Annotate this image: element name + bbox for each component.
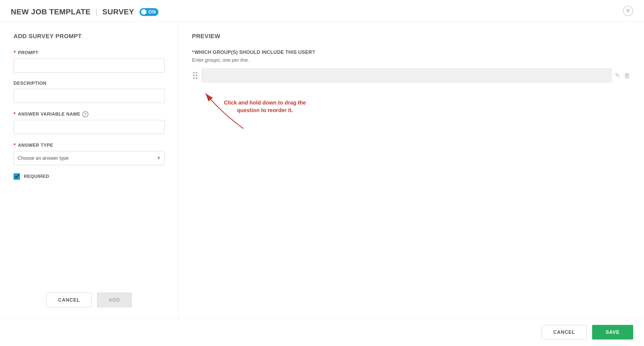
answer-variable-label-text: ANSWER VARIABLE NAME: [18, 112, 80, 117]
answer-type-required-star: *: [14, 142, 16, 148]
drag-dot-1: [193, 72, 195, 74]
drag-dot-3: [193, 75, 195, 76]
prompt-required-star: *: [14, 50, 16, 56]
prompt-label-text: PROMPT: [18, 50, 38, 56]
question-required-star: *: [192, 50, 194, 55]
page-wrapper: NEW JOB TEMPLATE | SURVEY ON ✕ ADD SURVE…: [0, 0, 644, 346]
question-text: WHICH GROUP(S) SHOULD INCLUDE THIS USER?: [194, 50, 315, 55]
form-buttons: CANCEL ADD: [14, 285, 165, 307]
answer-type-field-group: * ANSWER TYPE Choose an answer type Text…: [14, 142, 165, 165]
toggle-container[interactable]: ON: [140, 8, 158, 16]
answer-type-label-text: ANSWER TYPE: [18, 143, 53, 148]
prompt-field-group: * PROMPT: [14, 50, 165, 73]
close-button[interactable]: ✕: [623, 6, 633, 16]
delete-icon[interactable]: 🗑: [624, 72, 630, 79]
prompt-input[interactable]: [14, 58, 165, 73]
add-survey-prompt-title: ADD SURVEY PROMPT: [14, 33, 165, 40]
drag-dots: [193, 72, 197, 79]
left-panel: ADD SURVEY PROMPT * PROMPT DESCRIPTION: [0, 22, 178, 318]
description-field-group: DESCRIPTION: [14, 81, 165, 103]
header-survey: SURVEY: [102, 8, 134, 16]
preview-answer-textarea[interactable]: [202, 68, 612, 83]
answer-type-select-wrapper: Choose an answer type Text Textarea Pass…: [14, 151, 165, 165]
add-button[interactable]: ADD: [97, 293, 132, 307]
main-content: ADD SURVEY PROMPT * PROMPT DESCRIPTION: [0, 22, 644, 318]
prompt-label: * PROMPT: [14, 50, 165, 56]
drag-handle[interactable]: [192, 71, 198, 80]
description-input[interactable]: [14, 89, 165, 103]
toggle-knob: [141, 9, 147, 15]
required-checkbox[interactable]: [14, 173, 20, 180]
drag-arrow-svg: [197, 88, 278, 131]
answer-variable-field-group: * ANSWER VARIABLE NAME ?: [14, 111, 165, 134]
drag-dot-2: [196, 72, 197, 74]
right-panel: PREVIEW *WHICH GROUP(S) SHOULD INCLUDE T…: [178, 22, 644, 318]
footer-cancel-button[interactable]: CANCEL: [542, 325, 587, 340]
description-label: DESCRIPTION: [14, 81, 165, 86]
header-separator: |: [95, 8, 97, 16]
drag-dot-5: [193, 77, 195, 79]
drag-dot-6: [196, 77, 197, 79]
preview-action-icons: ✎ 🗑: [615, 72, 630, 79]
toggle-switch[interactable]: ON: [140, 8, 158, 16]
preview-question-label: *WHICH GROUP(S) SHOULD INCLUDE THIS USER…: [192, 50, 630, 55]
answer-variable-help-icon[interactable]: ?: [82, 111, 88, 117]
header-title: NEW JOB TEMPLATE: [11, 8, 91, 16]
drag-dot-4: [196, 75, 197, 76]
answer-type-label: * ANSWER TYPE: [14, 142, 165, 148]
required-checkbox-label[interactable]: REQUIRED: [24, 174, 49, 179]
answer-type-select[interactable]: Choose an answer type Text Textarea Pass…: [14, 151, 165, 165]
answer-variable-input[interactable]: [14, 120, 165, 134]
description-label-text: DESCRIPTION: [14, 81, 47, 86]
answer-variable-label: * ANSWER VARIABLE NAME ?: [14, 111, 165, 117]
save-button[interactable]: SAVE: [592, 325, 633, 340]
preview-title: PREVIEW: [192, 33, 630, 40]
annotation-container: Click and hold down to drag the question…: [197, 91, 630, 114]
answer-variable-required-star: *: [14, 111, 16, 117]
toggle-label: ON: [148, 9, 156, 15]
header: NEW JOB TEMPLATE | SURVEY ON ✕: [0, 0, 644, 22]
preview-input-row: ✎ 🗑: [192, 68, 630, 83]
footer: CANCEL SAVE: [0, 318, 644, 346]
cancel-button[interactable]: CANCEL: [47, 293, 92, 307]
required-checkbox-group: REQUIRED: [14, 173, 165, 180]
preview-hint: Enter groups, one per line.: [192, 57, 630, 63]
edit-icon[interactable]: ✎: [615, 72, 620, 79]
